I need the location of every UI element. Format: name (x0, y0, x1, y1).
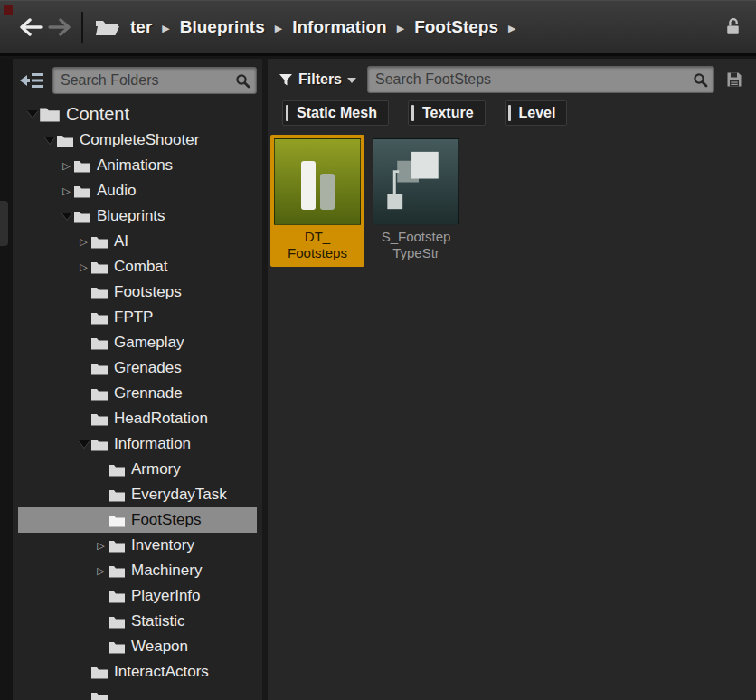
folder-icon (108, 539, 126, 553)
tree-row[interactable]: InteractActors (18, 659, 257, 685)
asset-search-input[interactable] (368, 71, 713, 88)
tree-row-label: Statistic (131, 612, 185, 630)
tree-row[interactable]: ▷Combat (18, 254, 257, 279)
expander-icon[interactable]: ▷ (77, 261, 90, 273)
filter-chip[interactable]: Texture (408, 100, 486, 126)
folder-icon (73, 184, 91, 198)
asset-toolbar: Filters (268, 59, 756, 93)
chip-accent (411, 105, 414, 121)
filter-chip-label: Level (519, 105, 556, 121)
tree-row[interactable]: ▷Animations (18, 153, 257, 178)
folder-icon (90, 691, 109, 700)
expander-icon[interactable]: ▷ (60, 160, 73, 172)
tree-row-label: InteractActors (114, 663, 209, 681)
back-button[interactable] (18, 14, 43, 40)
collapse-list-icon (18, 71, 45, 90)
tree-row-label: Armory (131, 460, 181, 478)
folder-search-input[interactable] (53, 72, 256, 89)
tree-row[interactable]: Grennade (18, 381, 257, 406)
tree-row-label: EverydayTask (131, 486, 227, 504)
tree-row[interactable]: FPTP (18, 305, 257, 330)
save-search-button[interactable] (725, 71, 743, 89)
tree-row[interactable]: Statistic (18, 609, 257, 634)
content-browser-window: ter▶Blueprints▶Information▶FootSteps▶ (0, 0, 756, 700)
tree-row[interactable]: Blueprints (18, 203, 257, 229)
tree-row[interactable]: HeadRotation (18, 406, 257, 431)
toggle-sources-button[interactable] (18, 71, 45, 90)
tree-row[interactable]: Grenades (18, 355, 257, 381)
tree-row-label: Weapon (131, 638, 188, 656)
tree-row[interactable]: PlayerInfo (18, 583, 257, 609)
asset-tile[interactable]: S_FootstepTypeStr (369, 135, 463, 267)
filter-chip-label: Texture (422, 105, 474, 121)
tree-row-label: Blueprints (97, 207, 165, 225)
tree-row[interactable]: Weapon (18, 634, 257, 659)
folder-icon (73, 210, 91, 223)
expander-icon[interactable]: ▷ (77, 236, 90, 248)
tree-row[interactable]: ▷Machinery (18, 558, 257, 583)
folder-icon (90, 260, 109, 274)
tree-row[interactable]: EverydayTask (18, 482, 257, 507)
tree-row-label: FootSteps (131, 511, 202, 529)
expander-icon[interactable]: ▷ (94, 540, 108, 552)
folder-icon (108, 514, 126, 527)
tree-row[interactable]: ▷Inventory (18, 533, 257, 558)
folder-icon (39, 106, 61, 122)
tree-row[interactable]: Gameplay (18, 330, 257, 355)
tree-row[interactable] (18, 685, 257, 700)
tree-row[interactable]: FootSteps (18, 507, 257, 533)
breadcrumb-item[interactable]: Information (292, 17, 387, 37)
tree-row[interactable]: Content (18, 100, 257, 128)
sources-header (13, 59, 262, 95)
tree-row[interactable]: CompleteShooter (18, 128, 257, 153)
folder-icon (90, 438, 109, 451)
filters-button[interactable]: Filters (275, 66, 360, 93)
tree-row-label: FPTP (114, 308, 153, 326)
main-area: ContentCompleteShooter▷Animations▷AudioB… (0, 59, 756, 700)
folder-icon (90, 235, 109, 249)
asset-tile[interactable]: DT_Footsteps (270, 135, 364, 267)
filter-chip-label: Static Mesh (297, 105, 377, 121)
sources-panel: ContentCompleteShooter▷Animations▷AudioB… (13, 59, 262, 700)
lock-button[interactable] (724, 16, 742, 39)
chip-accent (508, 105, 511, 121)
tree-row[interactable]: Armory (18, 457, 257, 482)
folder-icon (90, 412, 109, 426)
arrow-left-icon (19, 18, 43, 36)
search-icon (235, 73, 250, 92)
filter-chip[interactable]: Static Mesh (282, 100, 389, 126)
folder-icon (90, 286, 109, 299)
search-icon (693, 72, 708, 91)
open-folder-icon (94, 17, 121, 37)
expander-icon[interactable] (60, 213, 73, 220)
asset-thumbnail-struct (373, 138, 459, 225)
breadcrumb-bar: ter▶Blueprints▶Information▶FootSteps▶ (0, 0, 756, 56)
expander-icon[interactable] (77, 440, 90, 448)
tree-row-label: Grennade (114, 384, 183, 402)
tree-row[interactable]: Information (18, 431, 257, 457)
expander-icon[interactable] (25, 110, 39, 118)
filter-chip[interactable]: Level (505, 100, 568, 126)
tree-row[interactable]: ▷Audio (18, 178, 257, 203)
asset-panel: Filters (268, 59, 756, 700)
breadcrumb-item[interactable]: Blueprints (180, 17, 265, 37)
collapsed-panel-tab[interactable] (0, 201, 8, 246)
tree-row-label: PlayerInfo (131, 587, 201, 605)
folder-icon (90, 362, 109, 375)
arrow-right-icon (48, 18, 71, 36)
tree-row[interactable]: ▷AI (18, 229, 257, 254)
breadcrumb-item[interactable]: ter (130, 17, 152, 37)
chip-accent (286, 105, 288, 121)
tree-row-label: Combat (114, 258, 168, 276)
expander-icon[interactable]: ▷ (94, 565, 108, 577)
asset-name: S_FootstepTypeStr (369, 225, 463, 265)
folder-icon (108, 463, 126, 477)
forward-button[interactable] (47, 14, 72, 40)
tree-row-label: Footsteps (114, 283, 182, 301)
expander-icon[interactable] (43, 137, 56, 144)
tree-row[interactable]: Footsteps (18, 279, 257, 305)
asset-search-box (367, 66, 714, 93)
breadcrumb-item[interactable]: FootSteps (414, 17, 498, 37)
expander-icon[interactable]: ▷ (60, 185, 73, 197)
asset-grid: DT_FootstepsS_FootstepTypeStr (270, 135, 756, 267)
